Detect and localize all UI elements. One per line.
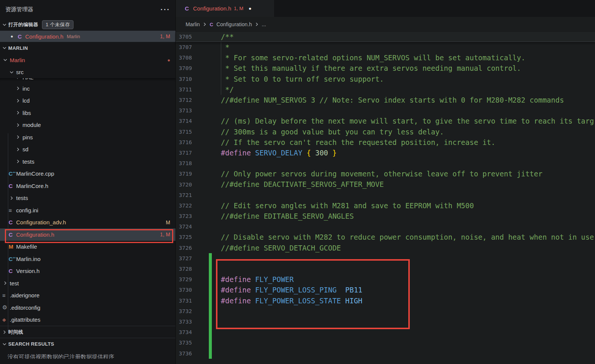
code-line-3728[interactable]: 3728 <box>176 264 595 274</box>
more-actions-icon[interactable]: ··· <box>160 5 170 14</box>
tree-item-label: inc <box>22 85 30 92</box>
timeline-header[interactable]: 时间线 <box>0 326 175 338</box>
code-line-3711[interactable]: 3711 */ <box>176 84 595 95</box>
tree-item-Version.h[interactable]: CVersion.h <box>0 265 175 277</box>
code-line-3727[interactable]: 3727 <box>176 253 595 264</box>
code-line-text: */ <box>221 84 234 95</box>
gutter <box>192 95 221 105</box>
code-line-3717[interactable]: 3717#define SERVO_DELAY { 300 } <box>176 148 595 158</box>
gutter <box>192 264 221 274</box>
code-line-3715[interactable]: 3715// 300ms is a good value but you can… <box>176 127 595 137</box>
tree-item-label: libs <box>22 110 31 116</box>
c-header-icon: C <box>9 231 16 238</box>
code-line-3710[interactable]: 3710 * Set to 0 to turn off servo suppor… <box>176 74 595 84</box>
chevron-right-icon <box>15 78 22 80</box>
tree-item-label: sd <box>22 146 28 152</box>
c-header-icon: C <box>9 268 16 274</box>
code-line-3709[interactable]: 3709 * Set this manually if there are ex… <box>176 63 595 73</box>
tree-item-src[interactable]: src <box>0 66 175 79</box>
cpp-icon: C++ <box>9 170 16 177</box>
tree-item-libs[interactable]: libs <box>0 107 175 119</box>
code-line-text: // Disable servo with M282 to reduce pow… <box>221 232 594 242</box>
tree-item-label: .gitattributes <box>10 316 40 323</box>
code-line-3735[interactable]: 3735 <box>176 337 595 348</box>
gutter <box>192 200 221 211</box>
tree-item-test[interactable]: test <box>0 277 175 289</box>
line-number: 3716 <box>176 139 192 145</box>
tree-item-sd[interactable]: sd <box>0 143 175 156</box>
tree-item-inc[interactable]: inc <box>0 82 175 95</box>
code-line-3718[interactable]: 3718 <box>176 158 595 169</box>
sticky-scroll-line[interactable]: 3705 /** <box>176 32 595 42</box>
code-line-3730[interactable]: 3730#define FLY_POWER_LOSS_PING PB11 <box>176 285 595 295</box>
line-number: 3719 <box>176 171 192 177</box>
code-line-3723[interactable]: 3723//#define EDITABLE_SERVO_ANGLES <box>176 211 595 221</box>
code-line-3726[interactable]: 3726//#define SERVO_DETACH_GCODE <box>176 243 595 253</box>
chevron-right-icon <box>15 146 22 152</box>
explorer-root-header[interactable]: MARLIN <box>0 42 175 54</box>
tree-item-Makefile[interactable]: MMakefile <box>0 241 175 253</box>
tree-item-Marlin[interactable]: Marlin● <box>0 54 175 66</box>
chevron-right-icon <box>9 195 16 201</box>
code-line-3729[interactable]: 3729#define FLY_POWER <box>176 274 595 285</box>
tree-item-Marlin.ino[interactable]: C++Marlin.ino <box>0 253 175 265</box>
tree-item-tests[interactable]: tests <box>0 192 175 204</box>
line-number: 3717 <box>176 150 192 156</box>
code-line-3736[interactable]: 3736 <box>176 348 595 358</box>
code-line-text: // Edit servo angles with M281 and save … <box>221 200 474 211</box>
breadcrumb-item-...[interactable]: ... <box>262 21 266 27</box>
timeline-label: 时间线 <box>8 329 23 336</box>
code-line-3732[interactable]: 3732 <box>176 306 595 316</box>
tree-item-HAL[interactable]: HAL <box>0 78 175 82</box>
tree-item-module[interactable]: module <box>0 119 175 131</box>
search-results-header[interactable]: SEARCH RESULTS <box>0 338 175 350</box>
code-line-3719[interactable]: 3719// Only power servos during movement… <box>176 169 595 179</box>
tree-item-lcd[interactable]: lcd <box>0 95 175 107</box>
breadcrumb-item-Configuration.h[interactable]: Configuration.h <box>216 21 252 27</box>
tree-item-.aiderignore[interactable]: ≡.aiderignore <box>0 289 175 302</box>
code-line-3724[interactable]: 3724 <box>176 221 595 232</box>
gutter <box>192 169 221 179</box>
code-line-3714[interactable]: 3714// (ms) Delay before the next move w… <box>176 116 595 126</box>
editor-pane: C Configuration.h 1, M ● MarlinCConfigur… <box>175 0 595 364</box>
code-line-3731[interactable]: 3731#define FLY_POWER_LOSS_STATE HIGH <box>176 295 595 306</box>
file-tree: Marlin●srcHALinclcdlibsmodulepinssdtests… <box>0 54 175 326</box>
tree-item-pins[interactable]: pins <box>0 131 175 143</box>
tree-item-config.ini[interactable]: ≡config.ini <box>0 204 175 216</box>
code-line-3720[interactable]: 3720//#define DEACTIVATE_SERVOS_AFTER_MO… <box>176 179 595 189</box>
code-line-3712[interactable]: 3712//#define NUM_SERVOS 3 // Note: Serv… <box>176 95 595 105</box>
makefile-icon: M <box>9 243 16 250</box>
tree-item-MarlinCore.h[interactable]: CMarlinCore.h <box>0 180 175 192</box>
tree-item-label: Makefile <box>16 243 37 250</box>
line-number: 3736 <box>176 351 192 357</box>
chevron-right-icon <box>254 21 260 27</box>
vscode-window: 资源管理器 ··· 打开的编辑器 1 个未保存 ● C Configuratio… <box>0 0 595 364</box>
tree-item-MarlinCore.cpp[interactable]: C++MarlinCore.cpp <box>0 168 175 180</box>
code-line-3716[interactable]: 3716// If the servo can't reach the requ… <box>176 137 595 148</box>
chevron-right-icon <box>15 158 22 164</box>
tree-item-.editorconfig[interactable]: ⚙.editorconfig <box>0 301 175 314</box>
tree-item-tests[interactable]: tests <box>0 155 175 168</box>
code-line-3733[interactable]: 3733 <box>176 316 595 327</box>
code-line-3721[interactable]: 3721 <box>176 190 595 200</box>
open-editors-header[interactable]: 打开的编辑器 1 个未保存 <box>0 19 175 31</box>
dirty-dot-icon[interactable]: ● <box>249 6 252 11</box>
code-line-3734[interactable]: 3734 <box>176 327 595 337</box>
line-number: 3710 <box>176 76 192 82</box>
gutter <box>192 74 221 84</box>
breadcrumb-item-Marlin[interactable]: Marlin <box>186 21 200 27</box>
tree-item-.gitattributes[interactable]: ◆.gitattributes <box>0 314 175 326</box>
line-number: 3734 <box>176 329 192 335</box>
tab-configuration-h[interactable]: C Configuration.h 1, M ● <box>176 0 274 17</box>
open-editor-item-configuration-h[interactable]: ● C Configuration.h Marlin 1, M <box>0 31 175 42</box>
gutter <box>192 127 221 137</box>
code-line-3708[interactable]: 3708 * For some servo-related options NU… <box>176 52 595 63</box>
code-line-text: // If the servo can't reach the requeste… <box>221 137 495 148</box>
tree-item-Configuration.h[interactable]: CConfiguration.h1, M <box>0 228 175 241</box>
code-line-3713[interactable]: 3713 <box>176 105 595 116</box>
code-line-3722[interactable]: 3722// Edit servo angles with M281 and s… <box>176 200 595 211</box>
code-line-3725[interactable]: 3725// Disable servo with M282 to reduce… <box>176 232 595 242</box>
code-line-3707[interactable]: 3707 * <box>176 42 595 52</box>
tab-bar: C Configuration.h 1, M ● <box>176 0 595 17</box>
tree-item-Configuration_adv.h[interactable]: CConfiguration_adv.hM <box>0 216 175 229</box>
